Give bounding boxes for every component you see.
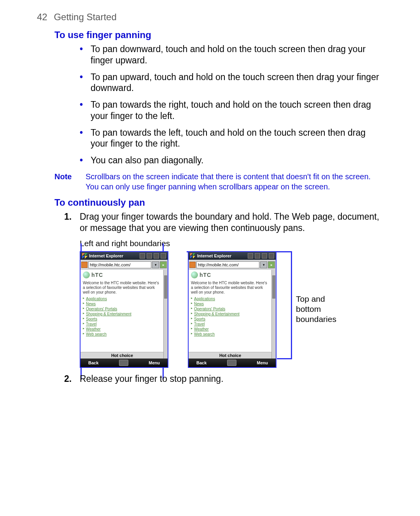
dropdown-icon: ▾ (260, 261, 267, 268)
site-link: Applications (191, 296, 270, 301)
softkey-right: Menu (257, 360, 268, 365)
site-logo: hTC (83, 271, 161, 278)
softkey-center-icon (119, 360, 128, 366)
softkey-left: Back (196, 360, 206, 365)
site-link: Weather (83, 327, 161, 332)
steps-list: Drag your finger towards the boundary an… (64, 211, 383, 234)
scrollbar-icon (271, 270, 276, 359)
go-icon: ▸ (160, 261, 167, 268)
figure-caption-lr: Left and right boundaries (80, 239, 383, 248)
status-icon (140, 253, 145, 259)
page-section: Getting Started (54, 12, 116, 22)
windows-icon (190, 253, 196, 259)
status-icon (154, 253, 159, 259)
phone-screenshot-left: Internet Explorer http://mobile.htc.com/… (80, 251, 168, 368)
bullet-item: To pan towards the right, touch and hold… (80, 99, 383, 122)
softkey-bar: Back Menu (80, 359, 168, 367)
section1-bullets: To pan downward, touch and hold on the t… (80, 44, 383, 166)
softkey-center-icon (227, 360, 236, 366)
windows-icon (82, 253, 88, 259)
site-logo: hTC (191, 271, 270, 278)
app-title: Internet Explorer (197, 254, 246, 258)
site-link: Applications (83, 296, 161, 301)
titlebar: Internet Explorer (189, 252, 276, 260)
site-link: Sports (83, 317, 161, 322)
phone-screenshot-right: Internet Explorer http://mobile.htc.com/… (188, 251, 276, 368)
hot-choice-bar: Hot choice (189, 352, 272, 359)
link-list: Applications News Operators' Portals Sho… (191, 296, 270, 337)
close-icon (269, 253, 274, 259)
favicon-icon (81, 262, 88, 268)
site-link: Operators' Portals (83, 306, 161, 311)
figure-area: Internet Explorer http://mobile.htc.com/… (80, 251, 383, 368)
note-block: Note Scrollbars on the screen indicate t… (54, 171, 383, 192)
step-item: Drag your finger towards the boundary an… (64, 211, 383, 234)
url-field: http://mobile.htc.com/ (196, 261, 259, 268)
manual-page: 42 Getting Started To use finger panning… (0, 0, 420, 516)
brand-text: hTC (200, 272, 211, 278)
steps-list-cont: Release your finger to stop panning. (64, 373, 383, 385)
site-link: Shopping & Entertainment (83, 311, 161, 317)
bullet-item: You can also pan diagonally. (80, 155, 383, 166)
site-link: News (83, 301, 161, 306)
bullet-item: To pan towards the left, touch and hold … (80, 127, 383, 150)
note-label: Note (54, 171, 86, 192)
titlebar: Internet Explorer (80, 252, 168, 260)
scrollbar-icon (163, 270, 168, 359)
brand-text: hTC (91, 272, 103, 278)
close-icon (161, 253, 166, 259)
go-icon: ▸ (268, 261, 275, 268)
status-icon (262, 253, 267, 259)
phone-left-wrap: Internet Explorer http://mobile.htc.com/… (80, 251, 168, 368)
page-body: hTC Welcome to the HTC mobile website. H… (189, 270, 272, 359)
browser-content: hTC Welcome to the HTC mobile website. H… (80, 270, 168, 359)
softkey-right: Menu (149, 360, 160, 365)
site-link: Web search (191, 332, 270, 337)
site-link: Sports (191, 317, 270, 322)
page-header: 42 Getting Started (37, 12, 383, 23)
status-icon (147, 253, 152, 259)
browser-content: hTC Welcome to the HTC mobile website. H… (189, 270, 276, 359)
address-bar: http://mobile.htc.com/ ▾ ▸ (189, 260, 276, 270)
link-list: Applications News Operators' Portals Sho… (83, 296, 161, 337)
hot-choice-bar: Hot choice (80, 352, 164, 359)
section1-title: To use finger panning (54, 30, 383, 40)
page-body: hTC Welcome to the HTC mobile website. H… (80, 270, 164, 359)
phone-right-wrap: Internet Explorer http://mobile.htc.com/… (188, 251, 276, 368)
site-link: Operators' Portals (191, 306, 270, 311)
site-link: Travel (83, 322, 161, 327)
section2-title: To continuously pan (54, 197, 383, 208)
site-link: Web search (83, 332, 161, 337)
dropdown-icon: ▾ (152, 261, 159, 268)
url-field: http://mobile.htc.com/ (88, 261, 151, 268)
address-bar: http://mobile.htc.com/ ▾ ▸ (80, 260, 168, 270)
favicon-icon (189, 262, 196, 268)
figure-caption-tb: Top and bottom boundaries (296, 294, 350, 325)
page-number: 42 (37, 12, 47, 22)
welcome-text: Welcome to the HTC mobile website. Here'… (83, 281, 161, 295)
site-link: Travel (191, 322, 270, 327)
softkey-bar: Back Menu (189, 359, 276, 367)
step-item: Release your finger to stop panning. (64, 373, 383, 385)
status-icon (255, 253, 260, 259)
tb-bracket (277, 251, 292, 359)
welcome-text: Welcome to the HTC mobile website. Here'… (191, 281, 270, 295)
site-link: Weather (191, 327, 270, 332)
status-icon (248, 253, 253, 259)
bullet-item: To pan upward, touch and hold on the tou… (80, 72, 383, 94)
site-link: Shopping & Entertainment (191, 311, 270, 317)
globe-icon (191, 271, 198, 278)
globe-icon (83, 271, 90, 278)
site-link: News (191, 301, 270, 306)
app-title: Internet Explorer (89, 254, 138, 258)
softkey-left: Back (88, 360, 98, 365)
note-text: Scrollbars on the screen indicate that t… (86, 171, 383, 192)
bullet-item: To pan downward, touch and hold on the t… (80, 44, 383, 66)
